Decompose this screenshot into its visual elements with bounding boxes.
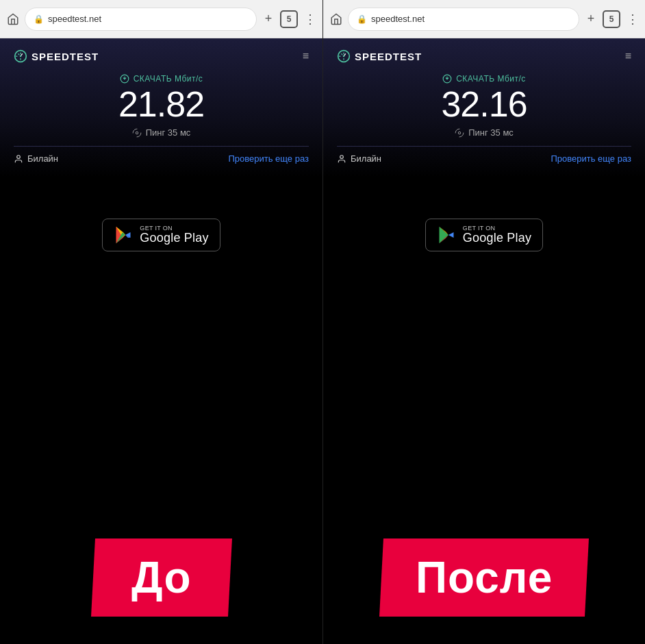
- new-tab-left[interactable]: +: [261, 12, 276, 27]
- speedtest-section-right: SPEEDTEST ≡ СКАЧАТЬ Мбит/с 32.16 Пинг 35…: [323, 38, 645, 177]
- google-play-right[interactable]: GET IT ON Google Play: [425, 219, 543, 251]
- tab-count-right[interactable]: 5: [603, 10, 620, 28]
- speedtest-footer-left: Билайн Проверить еще раз: [14, 146, 309, 166]
- svg-marker-14: [439, 227, 448, 244]
- browser-chrome-left: 🔒 speedtest.net + 5 ⋮: [0, 0, 322, 38]
- menu-dots-right[interactable]: ⋮: [624, 12, 640, 27]
- address-bar-left[interactable]: 🔒 speedtest.net: [25, 8, 257, 31]
- home-icon-right[interactable]: [329, 12, 344, 27]
- user-info-left: Билайн: [14, 153, 58, 164]
- ping-right: Пинг 35 мс: [337, 127, 631, 138]
- play-store-icon-right: [437, 225, 456, 245]
- speedtest-header-left: SPEEDTEST ≡: [14, 49, 309, 63]
- speed-section-left: СКАЧАТЬ Мбит/с 21.82 Пинг 35 мс: [14, 71, 309, 140]
- svg-point-3: [136, 132, 138, 134]
- user-info-right: Билайн: [337, 153, 381, 164]
- svg-point-1: [20, 55, 22, 58]
- url-text-right: speedtest.net: [371, 14, 425, 24]
- black-section-left: GET IT ON Google Play: [0, 177, 322, 497]
- speedtest-section-left: SPEEDTEST ≡ СКАЧАТЬ Мбит/с 21.82 Пинг 35…: [0, 38, 322, 177]
- black-section-right: GET IT ON Google Play: [323, 177, 645, 497]
- speedtest-footer-right: Билайн Проверить еще раз: [337, 146, 631, 166]
- retest-link-right[interactable]: Проверить еще раз: [551, 153, 631, 164]
- browser-chrome-right: 🔒 speedtest.net + 5 ⋮: [323, 0, 645, 38]
- speedtest-header-right: SPEEDTEST ≡: [337, 49, 631, 63]
- google-play-left[interactable]: GET IT ON Google Play: [102, 219, 220, 251]
- speed-value-right: 32.16: [337, 86, 631, 122]
- new-tab-right[interactable]: +: [583, 12, 598, 27]
- svg-point-10: [343, 55, 345, 58]
- speed-section-right: СКАЧАТЬ Мбит/с 32.16 Пинг 35 мс: [337, 71, 631, 140]
- ping-left: Пинг 35 мс: [14, 127, 309, 138]
- left-panel: 🔒 speedtest.net + 5 ⋮ SPEEDTEST ≡: [0, 0, 322, 644]
- lock-icon-left: 🔒: [34, 14, 44, 24]
- right-panel: 🔒 speedtest.net + 5 ⋮ SPEEDTEST ≡: [322, 0, 645, 644]
- home-icon[interactable]: [5, 12, 21, 27]
- retest-link-left[interactable]: Проверить еще раз: [228, 153, 309, 164]
- speedtest-logo-right: SPEEDTEST: [337, 49, 422, 63]
- label-text-left: До: [131, 552, 191, 603]
- svg-point-12: [458, 132, 461, 134]
- address-bar-right[interactable]: 🔒 speedtest.net: [348, 8, 579, 31]
- label-section-left: До: [0, 497, 322, 644]
- svg-point-4: [17, 155, 21, 158]
- download-label-right: СКАЧАТЬ Мбит/с: [337, 74, 631, 84]
- label-text-right: После: [416, 552, 553, 603]
- download-label-left: СКАЧАТЬ Мбит/с: [14, 74, 309, 84]
- play-btn-text-left: GET IT ON Google Play: [140, 225, 208, 245]
- hamburger-menu-right[interactable]: ≡: [625, 50, 631, 62]
- svg-marker-17: [448, 232, 454, 238]
- tab-count-left[interactable]: 5: [280, 10, 298, 28]
- label-section-right: После: [323, 497, 645, 644]
- play-store-icon-left: [114, 225, 133, 245]
- speedtest-logo-left: SPEEDTEST: [14, 49, 99, 63]
- hamburger-menu-left[interactable]: ≡: [303, 50, 309, 62]
- url-text-left: speedtest.net: [48, 14, 101, 24]
- label-box-right: После: [379, 538, 589, 617]
- svg-point-13: [340, 155, 344, 158]
- menu-dots-left[interactable]: ⋮: [302, 12, 317, 27]
- play-btn-text-right: GET IT ON Google Play: [463, 225, 531, 245]
- label-box-left: До: [91, 538, 232, 617]
- speed-value-left: 21.82: [14, 86, 309, 122]
- lock-icon-right: 🔒: [357, 14, 367, 24]
